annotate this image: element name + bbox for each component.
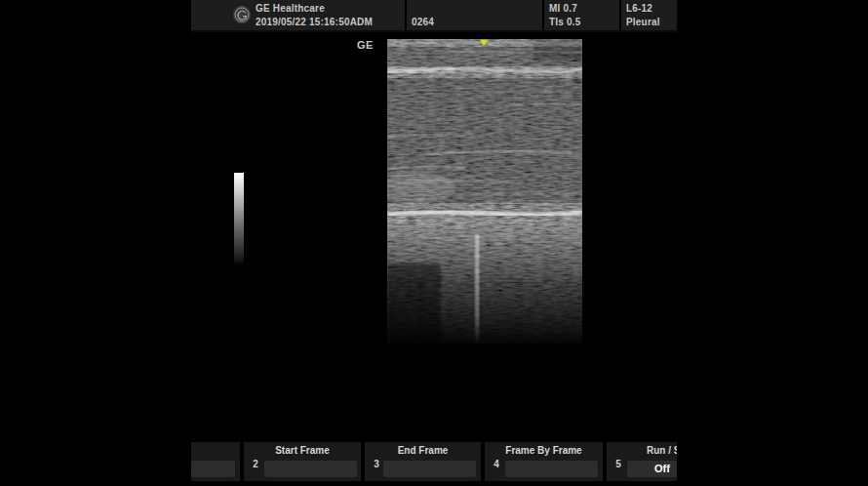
softkey-number: 2 <box>250 459 261 469</box>
ultrasound-machine-screen: GE Healthcare 2019/05/22 15:16:50ADM 026… <box>0 0 868 486</box>
softkey-button-1[interactable] <box>191 461 235 477</box>
run-stop-button[interactable]: Off <box>627 461 677 477</box>
softkey-bar: 2 Start Frame 3 End Frame 4 Frame By Fra… <box>191 442 677 481</box>
softkey-label: Start Frame <box>244 445 361 456</box>
grayscale-reference-bar <box>234 173 244 265</box>
softkey-section-frame-by-frame: 4 Frame By Frame <box>485 442 603 481</box>
datetime-label: 2019/05/22 15:16:50ADM <box>256 17 373 27</box>
probe-model-label: L6-12 <box>626 3 652 14</box>
softkey-section-start-frame: 2 Start Frame <box>244 442 361 481</box>
mi-value-label: MI 0.7 <box>549 3 577 14</box>
active-display-region: GE Healthcare 2019/05/22 15:16:50ADM 026… <box>191 0 677 486</box>
softkey-label: Run / S <box>647 445 677 456</box>
ultrasound-image <box>387 39 582 344</box>
softkey-label: Frame By Frame <box>485 445 603 456</box>
softkey-label: End Frame <box>365 445 481 456</box>
ge-logo-icon <box>232 5 252 24</box>
softkey-section-1 <box>191 442 240 481</box>
header-brand-section: GE Healthcare 2019/05/22 15:16:50ADM <box>191 0 405 30</box>
header-bar: GE Healthcare 2019/05/22 15:16:50ADM 026… <box>191 0 677 32</box>
softkey-section-end-frame: 3 End Frame <box>365 442 481 481</box>
preset-label: Pleural <box>626 17 660 27</box>
header-acoustic-section: MI 0.7 TIs 0.5 <box>544 0 619 30</box>
start-frame-button[interactable] <box>264 461 357 477</box>
header-probe-section: L6-12 Pleural <box>621 0 677 30</box>
ge-watermark: GE <box>357 39 374 51</box>
softkey-number: 4 <box>491 459 502 469</box>
softkey-number: 3 <box>371 459 382 469</box>
softkey-value: Off <box>627 461 677 477</box>
softkey-section-run-stop: 5 Run / S Off <box>607 442 677 481</box>
exam-number-label: 0264 <box>412 17 434 27</box>
tis-value-label: TIs 0.5 <box>549 17 581 27</box>
softkey-number: 5 <box>612 459 624 469</box>
end-frame-button[interactable] <box>383 461 476 477</box>
probe-orientation-marker-icon <box>480 40 488 46</box>
ultrasound-speckle-render <box>387 39 582 344</box>
brand-label: GE Healthcare <box>256 3 325 14</box>
frame-by-frame-button[interactable] <box>505 461 598 477</box>
header-exam-section: 0264 <box>407 0 542 30</box>
